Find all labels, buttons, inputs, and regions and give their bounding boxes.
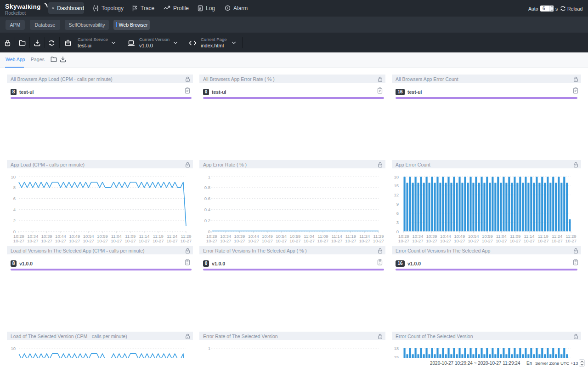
svg-text:15: 15 bbox=[394, 183, 399, 188]
svg-text:10-27: 10-27 bbox=[524, 238, 535, 243]
svg-text:10: 10 bbox=[11, 174, 16, 179]
svg-text:18: 18 bbox=[394, 174, 399, 179]
svg-text:10-27: 10-27 bbox=[317, 238, 328, 243]
svg-text:10-27: 10-27 bbox=[398, 238, 409, 243]
svg-text:10-27: 10-27 bbox=[248, 238, 259, 243]
svg-text:10-27: 10-27 bbox=[276, 238, 287, 243]
svg-text:10-27: 10-27 bbox=[139, 238, 150, 243]
svg-text:10-27: 10-27 bbox=[111, 238, 122, 243]
svg-text:1: 1 bbox=[208, 174, 210, 179]
svg-text:10-27: 10-27 bbox=[359, 238, 370, 243]
svg-text:10-27: 10-27 bbox=[167, 238, 178, 243]
svg-text:0.6: 0.6 bbox=[204, 196, 210, 201]
svg-text:0.2: 0.2 bbox=[204, 218, 210, 223]
svg-text:10-27: 10-27 bbox=[426, 238, 437, 243]
svg-text:10-27: 10-27 bbox=[345, 238, 356, 243]
svg-text:10-27: 10-27 bbox=[41, 238, 52, 243]
svg-text:0.4: 0.4 bbox=[204, 207, 210, 212]
svg-text:10-27: 10-27 bbox=[454, 238, 465, 243]
svg-text:1: 1 bbox=[208, 346, 210, 351]
svg-text:10-27: 10-27 bbox=[234, 238, 245, 243]
svg-text:10-27: 10-27 bbox=[373, 238, 384, 243]
svg-text:0.8: 0.8 bbox=[204, 185, 210, 190]
svg-text:10-27: 10-27 bbox=[552, 238, 563, 243]
svg-text:4: 4 bbox=[13, 207, 16, 212]
svg-text:10-27: 10-27 bbox=[331, 238, 342, 243]
svg-text:10-27: 10-27 bbox=[153, 238, 164, 243]
svg-text:10: 10 bbox=[11, 346, 16, 351]
svg-text:6: 6 bbox=[396, 211, 399, 216]
svg-text:10-27: 10-27 bbox=[468, 238, 479, 243]
svg-text:10-27: 10-27 bbox=[510, 238, 521, 243]
svg-text:10-27: 10-27 bbox=[565, 238, 577, 243]
svg-text:10-27: 10-27 bbox=[97, 238, 108, 243]
svg-text:10-27: 10-27 bbox=[125, 238, 136, 243]
svg-text:9: 9 bbox=[396, 201, 399, 207]
svg-text:10-27: 10-27 bbox=[496, 238, 507, 243]
svg-text:12: 12 bbox=[394, 192, 399, 197]
svg-text:2: 2 bbox=[13, 218, 16, 223]
svg-text:10-27: 10-27 bbox=[304, 238, 315, 243]
svg-text:10-27: 10-27 bbox=[220, 238, 231, 243]
svg-text:10-27: 10-27 bbox=[69, 238, 80, 243]
svg-text:10-27: 10-27 bbox=[440, 238, 451, 243]
svg-text:3: 3 bbox=[396, 220, 399, 225]
svg-text:10-27: 10-27 bbox=[289, 238, 300, 243]
svg-text:10-27: 10-27 bbox=[13, 238, 24, 243]
svg-text:6: 6 bbox=[13, 196, 16, 201]
svg-text:10-27: 10-27 bbox=[55, 238, 66, 243]
svg-text:10-27: 10-27 bbox=[537, 238, 548, 243]
svg-text:10-27: 10-27 bbox=[83, 238, 94, 243]
svg-text:10-27: 10-27 bbox=[181, 238, 192, 243]
svg-text:10-27: 10-27 bbox=[206, 238, 217, 243]
svg-text:10-27: 10-27 bbox=[482, 238, 493, 243]
svg-text:10-27: 10-27 bbox=[262, 238, 273, 243]
svg-text:10-27: 10-27 bbox=[412, 238, 423, 243]
svg-text:10-27: 10-27 bbox=[27, 238, 38, 243]
svg-text:18: 18 bbox=[394, 346, 399, 351]
svg-text:8: 8 bbox=[13, 185, 16, 190]
